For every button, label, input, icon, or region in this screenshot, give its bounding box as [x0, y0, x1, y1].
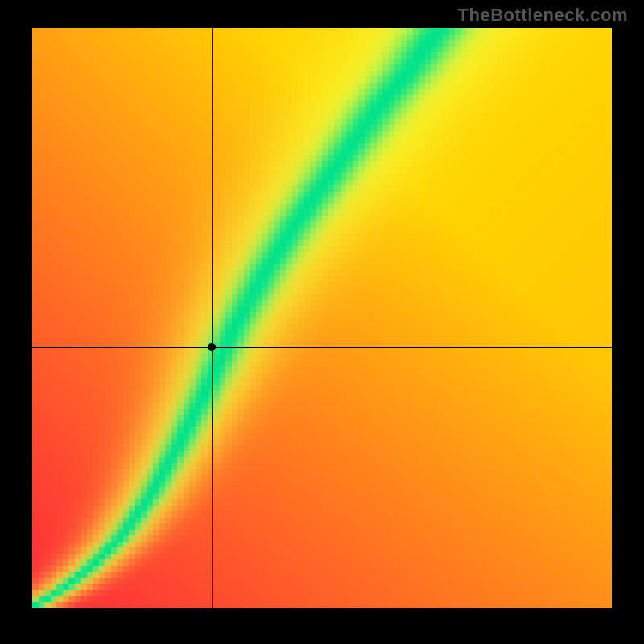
heatmap-plot — [32, 28, 612, 608]
heatmap-canvas — [32, 28, 612, 608]
watermark-text: TheBottleneck.com — [458, 5, 628, 26]
